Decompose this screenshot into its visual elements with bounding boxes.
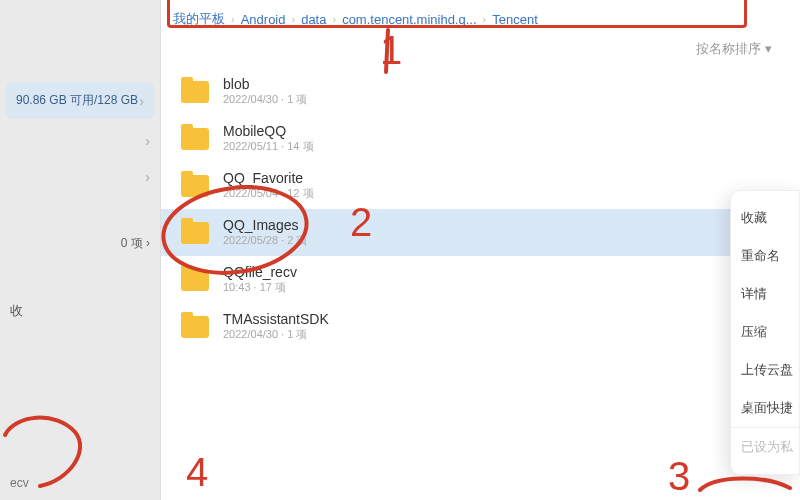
crumb-3[interactable]: com.tencent.minihd.q... — [342, 12, 476, 27]
chevron-right-icon: › — [332, 13, 336, 25]
menu-rename[interactable]: 重命名 — [731, 237, 799, 275]
crumb-1[interactable]: Android — [241, 12, 286, 27]
folder-name: MobileQQ — [223, 123, 314, 139]
list-item[interactable]: blob 2022/04/30 · 1 项 — [161, 68, 800, 115]
sidebar-bottom[interactable]: ecv — [0, 466, 160, 500]
folder-sub: 2022/05/28 · 2 项 — [223, 233, 307, 248]
folder-icon — [181, 175, 209, 197]
sidebar-favorites[interactable]: 收 — [0, 292, 160, 330]
folder-list: blob 2022/04/30 · 1 项 MobileQQ 2022/05/1… — [161, 68, 800, 500]
crumb-4[interactable]: Tencent — [492, 12, 538, 27]
sidebar-spacer — [0, 0, 160, 78]
folder-sub: 2022/05/04 · 12 项 — [223, 186, 314, 201]
folder-name: QQ_Favorite — [223, 170, 314, 186]
folder-sub: 10:43 · 17 项 — [223, 280, 297, 295]
sort-button[interactable]: 按名称排序 ▾ — [696, 40, 772, 58]
menu-shortcut[interactable]: 桌面快捷 — [731, 389, 799, 427]
breadcrumb: 我的平板 › Android › data › com.tencent.mini… — [161, 0, 800, 34]
folder-name: QQ_Images — [223, 217, 307, 233]
list-item[interactable]: QQ_Favorite 2022/05/04 · 12 项 — [161, 162, 800, 209]
menu-favorite[interactable]: 收藏 — [731, 199, 799, 237]
chevron-right-icon: › — [231, 13, 235, 25]
folder-icon — [181, 222, 209, 244]
chevron-right-icon: › — [145, 133, 150, 149]
folder-icon — [181, 269, 209, 291]
chevron-right-icon: › — [146, 236, 150, 250]
sidebar-zero-items[interactable]: 0 项 › — [0, 225, 160, 262]
folder-sub: 2022/04/30 · 1 项 — [223, 327, 329, 342]
folder-name: blob — [223, 76, 307, 92]
folder-sub: 2022/05/11 · 14 项 — [223, 139, 314, 154]
storage-label: 90.86 GB 可用/128 GB — [16, 92, 138, 109]
list-item[interactable]: TMAssistantSDK 2022/04/30 · 1 项 — [161, 303, 800, 350]
folder-name: QQfile_recv — [223, 264, 297, 280]
sidebar-storage[interactable]: 90.86 GB 可用/128 GB › — [6, 82, 154, 119]
crumb-0[interactable]: 我的平板 — [173, 10, 225, 28]
main-panel: 我的平板 › Android › data › com.tencent.mini… — [161, 0, 800, 500]
app-root: 90.86 GB 可用/128 GB › › › 0 项 › 收 ecv 我的平… — [0, 0, 800, 500]
folder-icon — [181, 316, 209, 338]
folder-icon — [181, 128, 209, 150]
list-item-selected[interactable]: QQ_Images 2022/05/28 · 2 项 — [161, 209, 800, 256]
list-item[interactable]: QQfile_recv 10:43 · 17 项 — [161, 256, 800, 303]
context-menu: 收藏 重命名 详情 压缩 上传云盘 桌面快捷 已设为私 — [730, 190, 800, 475]
chevron-right-icon: › — [291, 13, 295, 25]
menu-details[interactable]: 详情 — [731, 275, 799, 313]
chevron-right-icon: › — [483, 13, 487, 25]
sidebar-item-blank-1[interactable]: › — [0, 123, 160, 159]
sidebar: 90.86 GB 可用/128 GB › › › 0 项 › 收 ecv — [0, 0, 160, 500]
menu-footer: 已设为私 — [731, 427, 799, 466]
list-item[interactable]: MobileQQ 2022/05/11 · 14 项 — [161, 115, 800, 162]
folder-name: TMAssistantSDK — [223, 311, 329, 327]
sidebar-item-blank-2[interactable]: › — [0, 159, 160, 195]
menu-upload[interactable]: 上传云盘 — [731, 351, 799, 389]
folder-sub: 2022/04/30 · 1 项 — [223, 92, 307, 107]
chevron-right-icon: › — [145, 169, 150, 185]
folder-icon — [181, 81, 209, 103]
sort-bar: 按名称排序 ▾ — [161, 34, 800, 68]
menu-compress[interactable]: 压缩 — [731, 313, 799, 351]
chevron-right-icon: › — [139, 93, 144, 109]
crumb-2[interactable]: data — [301, 12, 326, 27]
